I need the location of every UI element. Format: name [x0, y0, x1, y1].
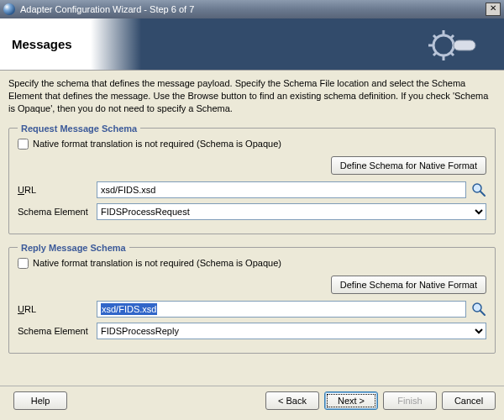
reply-url-input[interactable] [97, 301, 466, 318]
reply-opaque-label: Native format translation is not require… [33, 258, 281, 268]
reply-legend: Reply Message Schema [18, 243, 129, 253]
request-define-schema-button[interactable]: Define Schema for Native Format [331, 156, 486, 175]
svg-line-7 [433, 52, 437, 55]
svg-line-13 [480, 311, 485, 315]
cancel-button[interactable]: Cancel [442, 391, 496, 410]
request-legend: Request Message Schema [18, 123, 140, 134]
svg-line-8 [450, 35, 454, 39]
next-button[interactable]: Next > [324, 391, 378, 410]
back-button[interactable]: < Back [265, 391, 319, 410]
footer: Help < Back Next > Finish Cancel [0, 386, 504, 415]
gear-icon [428, 29, 479, 62]
request-schema-element-select[interactable]: FIDSProcessRequest [97, 203, 486, 220]
finish-button: Finish [383, 391, 437, 410]
reply-schema-group: Reply Message Schema Native format trans… [8, 243, 496, 354]
window-title: Adapter Configuration Wizard - Step 6 of… [20, 4, 486, 14]
reply-schema-element-select[interactable]: FIDSProcessReply [97, 323, 486, 339]
request-opaque-checkbox[interactable] [18, 139, 29, 150]
request-browse-icon[interactable] [471, 182, 486, 197]
titlebar: Adapter Configuration Wizard - Step 6 of… [0, 0, 504, 18]
svg-rect-9 [454, 40, 475, 50]
request-opaque-label: Native format translation is not require… [33, 139, 281, 149]
reply-opaque-checkbox[interactable] [18, 258, 29, 269]
request-schema-element-label: Schema Element [18, 207, 92, 217]
banner: Messages [0, 18, 504, 71]
request-url-label: URL [18, 185, 92, 195]
content-area: Specify the schema that defines the mess… [0, 71, 504, 365]
reply-define-schema-button[interactable]: Define Schema for Native Format [331, 276, 486, 294]
page-title: Messages [12, 37, 72, 51]
svg-line-5 [433, 35, 437, 39]
reply-browse-icon[interactable] [471, 302, 486, 317]
reply-url-label: URL [18, 304, 92, 314]
svg-line-11 [480, 192, 485, 196]
reply-schema-element-label: Schema Element [18, 326, 92, 336]
close-icon[interactable]: ✕ [486, 3, 501, 16]
app-icon [3, 3, 15, 15]
request-schema-group: Request Message Schema Native format tra… [8, 123, 496, 234]
page-description: Specify the schema that defines the mess… [8, 77, 496, 115]
help-button[interactable]: Help [13, 391, 67, 410]
request-url-input[interactable] [97, 181, 466, 198]
svg-line-6 [450, 52, 454, 55]
